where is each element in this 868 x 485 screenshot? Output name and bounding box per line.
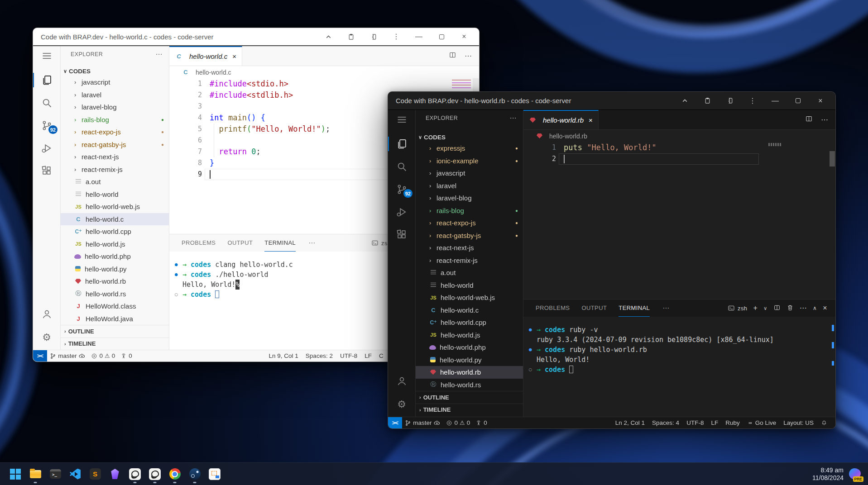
eol[interactable]: LF — [361, 352, 375, 359]
taskbar-item[interactable] — [25, 464, 45, 485]
terminal-output[interactable]: ●→ codes ruby -vruby 3.3.4 (2024-07-09 r… — [523, 317, 835, 417]
tree-item[interactable]: › rails-blog — [61, 114, 169, 126]
tree-section-codes[interactable]: ∨CODES — [61, 66, 169, 76]
cursor-position[interactable]: Ln 9, Col 1 — [265, 352, 302, 359]
editor-actions-icon[interactable]: ⋯ — [821, 116, 828, 124]
run-debug-icon[interactable] — [33, 137, 60, 159]
tree-item[interactable]: › javascript — [61, 76, 169, 89]
tree-item[interactable]: › hello-world.js — [416, 329, 523, 342]
tree-item[interactable]: › hello-world.rb — [416, 366, 523, 379]
ports-indicator[interactable]: 0 — [118, 352, 135, 359]
taskbar-item[interactable] — [85, 464, 105, 485]
search-icon[interactable] — [33, 91, 60, 114]
split-terminal-icon[interactable] — [773, 304, 781, 313]
terminal-dropdown-icon[interactable]: ∨ — [763, 305, 767, 311]
chevron-up-icon[interactable] — [321, 31, 336, 43]
tree-item[interactable]: › hello-world.py — [61, 263, 169, 276]
taskbar-item[interactable] — [145, 464, 165, 485]
tree-item[interactable]: › laravel-blog — [416, 192, 523, 204]
tree-item[interactable]: › laravel — [61, 89, 169, 101]
minimap[interactable] — [768, 143, 782, 146]
remote-indicator[interactable]: >< — [33, 350, 47, 361]
tab-hello-world-rb[interactable]: hello-world.rb × — [523, 110, 599, 129]
tab-output[interactable]: OUTPUT — [227, 234, 253, 252]
tree-item[interactable]: › react-gatsby-js — [416, 229, 523, 242]
tree-item[interactable]: › hello-world.rb — [61, 275, 169, 288]
minimize-icon[interactable]: — — [767, 95, 783, 107]
account-icon[interactable] — [388, 370, 415, 392]
kill-terminal-icon[interactable] — [786, 304, 794, 313]
tree-item[interactable]: › react-remix-js — [416, 254, 523, 267]
tree-item[interactable]: › react-expo-js — [61, 126, 169, 138]
language-mode[interactable]: C — [375, 352, 387, 359]
tree-item[interactable]: › hello-world.c — [416, 304, 523, 317]
tree-item[interactable]: › hello-world.rs — [416, 379, 523, 391]
panel-actions-icon[interactable]: ⋯ — [800, 304, 807, 312]
explorer-icon[interactable] — [388, 133, 415, 155]
extensions-icon[interactable] — [388, 223, 415, 246]
tree-item[interactable]: › HelloWorld.class — [61, 300, 169, 313]
shell-selector[interactable]: zsh — [728, 304, 747, 312]
explorer-actions-icon[interactable]: ⋯ — [510, 114, 517, 122]
problems-indicator[interactable]: 0 ⚠ 0 — [88, 352, 118, 359]
outline-section[interactable]: ›OUTLINE — [61, 325, 169, 338]
titlebar[interactable]: Code with BRAP.dev - hello-world.rb - co… — [388, 92, 835, 110]
panel-more-icon[interactable]: ⋯ — [662, 304, 669, 312]
explorer-icon[interactable] — [33, 69, 60, 91]
clipboard-icon[interactable] — [700, 95, 715, 107]
tree-item[interactable]: › react-remix-js — [61, 163, 169, 176]
go-live[interactable]: Go Live — [743, 419, 780, 426]
tree-item[interactable]: › react-next-js — [61, 151, 169, 163]
tree-item[interactable]: › laravel — [416, 180, 523, 192]
split-editor-icon[interactable] — [805, 115, 813, 124]
taskbar-item[interactable] — [45, 464, 65, 485]
tree-item[interactable]: › a.out — [416, 266, 523, 279]
notifications-bell-icon[interactable] — [817, 420, 831, 426]
tree-item[interactable]: › javascript — [416, 167, 523, 180]
editor-scrollbar[interactable] — [830, 151, 835, 166]
tree-item[interactable]: › hello-world-web.js — [61, 200, 169, 213]
taskbar-item[interactable] — [65, 464, 85, 485]
extension-puzzle-icon[interactable] — [366, 31, 381, 43]
explorer-actions-icon[interactable]: ⋯ — [156, 50, 163, 58]
maximize-icon[interactable] — [790, 95, 806, 107]
kebab-menu-icon[interactable]: ⋮ — [745, 95, 760, 107]
titlebar[interactable]: Code with BRAP.dev - hello-world.c - cod… — [33, 28, 479, 46]
language-mode[interactable]: Ruby — [722, 419, 743, 426]
tree-item[interactable]: › hello-world — [416, 279, 523, 292]
settings-gear-icon[interactable]: ⚙ — [33, 325, 60, 350]
taskbar-item[interactable] — [185, 464, 205, 485]
tab-terminal[interactable]: TERMINAL — [264, 234, 296, 252]
ports-indicator[interactable]: 0 — [473, 419, 490, 426]
tree-item[interactable]: › hello-world.js — [61, 238, 169, 251]
tree-item[interactable]: › expressjs — [416, 142, 523, 155]
copilot-icon[interactable]: PRE — [848, 467, 862, 481]
chevron-up-icon[interactable] — [677, 95, 692, 107]
tree-item[interactable]: › HelloWorld.java — [61, 313, 169, 325]
menu-hamburger-icon[interactable] — [388, 110, 415, 129]
taskbar-item[interactable] — [165, 464, 185, 485]
extension-puzzle-icon[interactable] — [722, 95, 738, 107]
panel-more-icon[interactable]: ⋯ — [308, 239, 315, 247]
tree-item[interactable]: › hello-world.rs — [61, 288, 169, 300]
encoding[interactable]: UTF-8 — [336, 352, 361, 359]
clipboard-icon[interactable] — [343, 31, 359, 43]
taskbar-item[interactable] — [125, 464, 145, 485]
breadcrumb[interactable]: hello-world.rb — [523, 130, 835, 142]
tree-section-codes[interactable]: ∨CODES — [416, 132, 523, 142]
tab-problems[interactable]: PROBLEMS — [536, 300, 570, 317]
tab-problems[interactable]: PROBLEMS — [182, 234, 216, 252]
source-control-icon[interactable]: 92 — [388, 178, 415, 200]
kebab-menu-icon[interactable]: ⋮ — [388, 31, 404, 43]
breadcrumb[interactable]: hello-world.c — [169, 66, 479, 78]
branch-indicator[interactable]: master — [402, 419, 443, 427]
problems-indicator[interactable]: 0 ⚠ 0 — [443, 419, 473, 426]
extensions-icon[interactable] — [33, 159, 60, 182]
tree-item[interactable]: › rails-blog — [416, 204, 523, 217]
taskbar-item[interactable] — [5, 464, 25, 485]
code-editor[interactable]: 1 puts "Hello, World!" 2 — [523, 142, 835, 299]
outline-section[interactable]: ›OUTLINE — [416, 391, 523, 404]
close-icon[interactable]: × — [456, 31, 472, 43]
minimap[interactable] — [452, 78, 471, 89]
tree-item[interactable]: › ionic-example — [416, 155, 523, 167]
